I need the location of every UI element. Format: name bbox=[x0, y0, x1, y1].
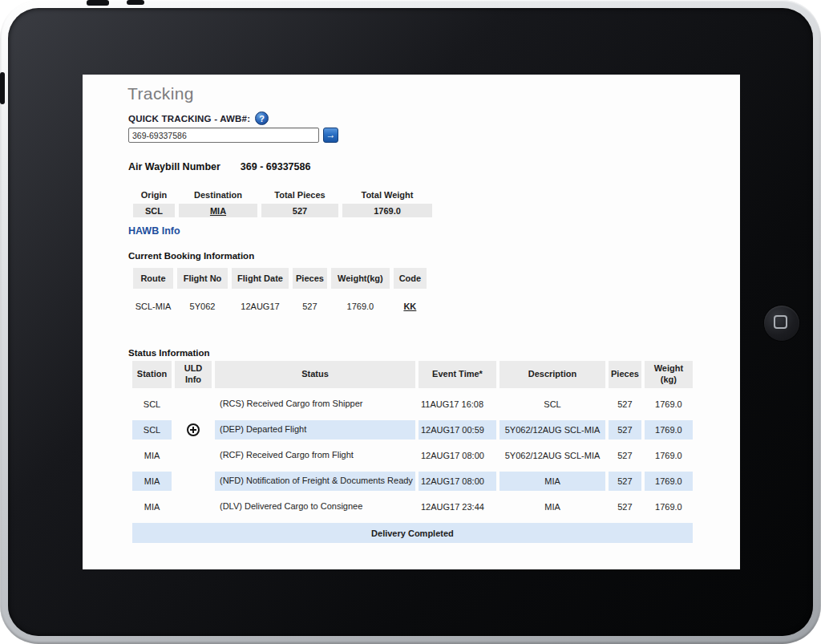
weight-cell: 1769.0 bbox=[645, 420, 693, 439]
station-cell: MIA bbox=[132, 446, 172, 465]
volume-up-button[interactable] bbox=[87, 0, 109, 6]
help-icon[interactable]: ? bbox=[255, 111, 269, 125]
event-time-cell: 11AUG17 16:08 bbox=[419, 395, 496, 414]
status-row-dlv: MIA (DLV) Delivered Cargo to Consignee 1… bbox=[132, 497, 693, 516]
delivery-completed-banner: Delivery Completed bbox=[132, 523, 693, 543]
weight-cell: 1769.0 bbox=[645, 395, 693, 414]
status-row-nfd: MIA (NFD) Notification of Freight & Docu… bbox=[132, 472, 693, 491]
awb-number-row: Air Waybill Number369 - 69337586 bbox=[128, 161, 310, 172]
col-flight-no: Flight No bbox=[177, 268, 228, 289]
mute-switch[interactable] bbox=[0, 72, 5, 104]
description-cell: 5Y062/12AUG SCL-MIA bbox=[499, 446, 605, 465]
booking-header-row: Route Flight No Flight Date Pieces Weigh… bbox=[133, 268, 427, 289]
status-cell: (RCS) Received Cargo from Shipper bbox=[215, 395, 415, 414]
home-button-square-icon bbox=[774, 315, 787, 329]
submit-arrow-button[interactable]: → bbox=[323, 128, 338, 143]
uld-expand-icon[interactable] bbox=[187, 423, 200, 436]
status-cell: (DEP) Departed Flight bbox=[215, 420, 415, 439]
station-cell: MIA bbox=[132, 497, 172, 516]
uld-cell bbox=[175, 472, 212, 491]
flight-no-value: 5Y062 bbox=[177, 289, 228, 312]
col-origin: Origin bbox=[133, 188, 175, 201]
description-cell: SCL bbox=[499, 395, 605, 414]
event-time-cell: 12AUG17 08:00 bbox=[419, 472, 496, 491]
col-event-time: Event Time* bbox=[419, 361, 496, 388]
status-cell: (RCF) Received Cargo from Flight bbox=[215, 446, 415, 465]
col-uld-info: ULD Info bbox=[175, 361, 212, 388]
awb-search-row: → bbox=[128, 128, 338, 143]
pieces-cell: 527 bbox=[609, 472, 641, 491]
status-footer-row: Delivery Completed bbox=[132, 523, 693, 543]
status-table: Station ULD Info Status Event Time* Desc… bbox=[129, 354, 696, 549]
weight-value: 1769.0 bbox=[331, 289, 390, 312]
screen: Tracking QUICK TRACKING - AWB#: ? → Air … bbox=[83, 75, 740, 569]
weight-cell: 1769.0 bbox=[645, 446, 693, 465]
hawb-info-link[interactable]: HAWB Info bbox=[128, 225, 180, 237]
pieces-cell: 527 bbox=[609, 395, 641, 414]
station-cell: SCL bbox=[132, 420, 172, 439]
col-status: Status bbox=[215, 361, 415, 388]
weight-cell: 1769.0 bbox=[645, 497, 693, 516]
route-value: SCL-MIA bbox=[133, 289, 173, 312]
event-time-cell: 12AUG17 23:44 bbox=[419, 497, 496, 516]
arrow-right-icon: → bbox=[326, 129, 336, 140]
awb-input[interactable] bbox=[128, 128, 319, 143]
destination-link[interactable]: MIA bbox=[210, 206, 226, 216]
pieces-cell: 527 bbox=[609, 497, 641, 516]
total-weight-value: 1769.0 bbox=[342, 204, 432, 217]
col-code: Code bbox=[394, 268, 427, 289]
uld-cell bbox=[175, 420, 212, 439]
status-cell: (DLV) Delivered Cargo to Consignee bbox=[215, 497, 415, 516]
page-title: Tracking bbox=[127, 84, 194, 103]
col-station: Station bbox=[132, 361, 172, 388]
col-route: Route bbox=[133, 268, 173, 289]
col-pieces: Pieces bbox=[293, 268, 327, 289]
col-weight-kg: Weight(kg) bbox=[331, 268, 390, 289]
tablet-device: Tracking QUICK TRACKING - AWB#: ? → Air … bbox=[0, 0, 821, 644]
status-header-row: Station ULD Info Status Event Time* Desc… bbox=[132, 361, 693, 388]
description-cell: MIA bbox=[499, 472, 605, 491]
booking-value-row: SCL-MIA 5Y062 12AUG17 527 1769.0 KK bbox=[133, 289, 427, 312]
code-link[interactable]: KK bbox=[403, 302, 416, 311]
col-status-weight: Weight (kg) bbox=[645, 361, 693, 388]
status-cell: (NFD) Notification of Freight & Document… bbox=[215, 472, 415, 491]
total-pieces-value: 527 bbox=[261, 204, 338, 217]
uld-cell bbox=[175, 395, 212, 414]
summary-header-row: Origin Destination Total Pieces Total We… bbox=[133, 188, 432, 201]
status-row-rcf: MIA (RCF) Received Cargo from Flight 12A… bbox=[132, 446, 693, 465]
weight-cell: 1769.0 bbox=[645, 472, 693, 491]
station-cell: MIA bbox=[132, 472, 172, 491]
pieces-value: 527 bbox=[293, 289, 327, 312]
event-time-cell: 12AUG17 00:59 bbox=[419, 420, 496, 439]
col-total-pieces: Total Pieces bbox=[261, 188, 338, 201]
event-time-cell: 12AUG17 08:00 bbox=[419, 446, 496, 465]
booking-table: Route Flight No Flight Date Pieces Weigh… bbox=[129, 268, 431, 312]
booking-section-title: Current Booking Information bbox=[128, 251, 254, 261]
origin-value: SCL bbox=[133, 204, 175, 217]
uld-cell bbox=[175, 497, 212, 516]
pieces-cell: 527 bbox=[609, 420, 641, 439]
volume-down-button[interactable] bbox=[127, 0, 144, 5]
quick-tracking-label: QUICK TRACKING - AWB#: bbox=[128, 114, 250, 124]
awb-number-label: Air Waybill Number bbox=[128, 161, 220, 172]
summary-value-row: SCL MIA 527 1769.0 bbox=[133, 204, 432, 217]
col-description: Description bbox=[499, 361, 605, 388]
description-cell: MIA bbox=[499, 497, 605, 516]
uld-cell bbox=[175, 446, 212, 465]
awb-number-value: 369 - 69337586 bbox=[241, 161, 311, 172]
status-row-dep: SCL (DEP) Departed Flight 12AUG17 00:59 … bbox=[132, 420, 693, 439]
quick-tracking-row: QUICK TRACKING - AWB#: ? bbox=[128, 111, 269, 125]
station-cell: SCL bbox=[132, 395, 172, 414]
pieces-cell: 527 bbox=[609, 446, 641, 465]
home-button[interactable] bbox=[764, 306, 799, 341]
col-total-weight: Total Weight bbox=[342, 188, 432, 201]
col-status-pieces: Pieces bbox=[609, 361, 641, 388]
description-cell: 5Y062/12AUG SCL-MIA bbox=[499, 420, 605, 439]
col-destination: Destination bbox=[179, 188, 257, 201]
status-row-rcs: SCL (RCS) Received Cargo from Shipper 11… bbox=[132, 395, 693, 414]
flight-date-value: 12AUG17 bbox=[232, 289, 289, 312]
shipment-summary-table: Origin Destination Total Pieces Total We… bbox=[129, 186, 436, 220]
col-flight-date: Flight Date bbox=[232, 268, 289, 289]
